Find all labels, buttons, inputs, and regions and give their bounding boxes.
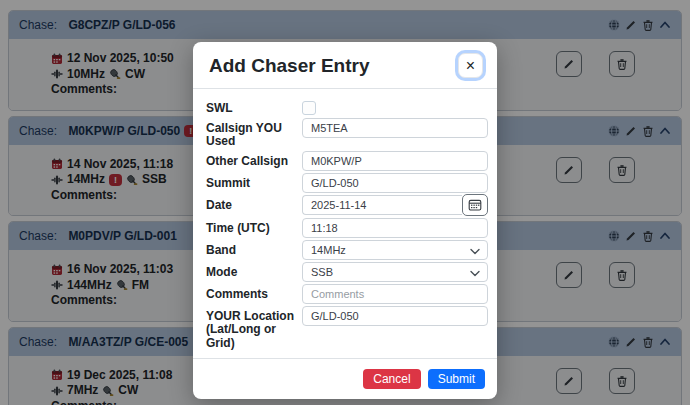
submit-button[interactable]: Submit <box>428 369 485 389</box>
date-input[interactable] <box>302 195 462 215</box>
page: Chase: G8CPZ/P G/LD-056 12 Nov 2025, 10:… <box>0 0 690 405</box>
cancel-button[interactable]: Cancel <box>363 369 420 389</box>
other-callsign-label: Other Callsign <box>206 151 302 169</box>
modal-footer: Cancel Submit <box>193 358 497 399</box>
comments-field-label: Comments <box>206 284 302 302</box>
mode-select[interactable]: SSB <box>302 262 488 282</box>
callsign-used-label: Callsign YOU Used <box>206 118 302 149</box>
date-label: Date <box>206 195 302 213</box>
chevron-down-icon <box>470 270 480 277</box>
location-label: YOUR Location (Lat/Long or Grid) <box>206 306 302 351</box>
other-callsign-input[interactable] <box>302 151 488 171</box>
date-picker-button[interactable] <box>462 194 488 216</box>
chevron-down-icon <box>470 248 480 255</box>
swl-checkbox[interactable] <box>302 101 316 115</box>
modal-body: SWL Callsign YOU Used Other Callsign Sum… <box>193 89 497 358</box>
mode-label: Mode <box>206 262 302 280</box>
band-label: Band <box>206 240 302 258</box>
summit-input[interactable] <box>302 173 488 193</box>
time-input[interactable] <box>302 218 488 238</box>
location-input[interactable] <box>302 306 488 326</box>
summit-label: Summit <box>206 173 302 191</box>
close-icon: × <box>466 58 475 74</box>
time-label: Time (UTC) <box>206 218 302 236</box>
swl-label: SWL <box>206 98 302 116</box>
modal-title: Add Chaser Entry <box>209 55 458 77</box>
close-button[interactable]: × <box>458 53 483 78</box>
add-chaser-entry-modal: Add Chaser Entry × SWL Callsign YOU Used… <box>193 42 497 399</box>
modal-header: Add Chaser Entry × <box>193 42 497 89</box>
band-select[interactable]: 14MHz <box>302 240 488 260</box>
callsign-used-input[interactable] <box>302 118 488 138</box>
calendar-icon <box>468 198 482 211</box>
comments-input[interactable] <box>302 284 488 304</box>
